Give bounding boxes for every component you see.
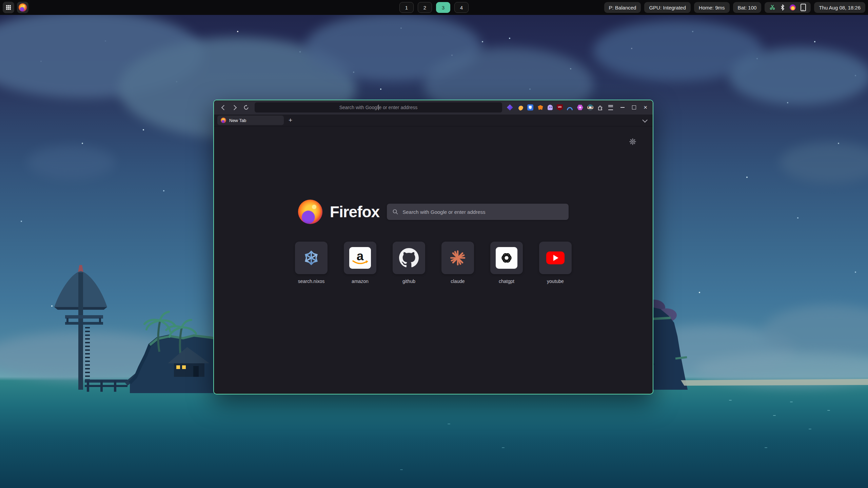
tab-new-tab[interactable]: New Tab [217, 116, 284, 125]
extension-toolbar: UO [505, 104, 616, 110]
apps-launcher-button[interactable] [3, 2, 14, 13]
cloud-decor [780, 142, 868, 183]
shortcut-label: github [402, 279, 415, 284]
back-button[interactable] [219, 103, 228, 112]
workspace-switcher: 1 2 3 4 [399, 0, 469, 15]
reload-button[interactable] [242, 103, 251, 112]
list-all-tabs-chevron-icon[interactable] [642, 117, 648, 123]
back-icon [221, 105, 226, 110]
top-status-bar: 1 2 3 4 P: Balanced GPU: Integrated Home… [0, 0, 868, 15]
amazon-smile-icon [352, 260, 369, 266]
workspace-button-2[interactable]: 2 [418, 2, 432, 13]
ublock-letters: UO [558, 106, 562, 108]
maximize-button[interactable] [632, 105, 636, 109]
battery-status: Bat: 100 [733, 2, 762, 13]
firefox-window: Search with Google or enter address UO × [213, 100, 653, 394]
newtab-search-input[interactable]: Search with Google or enter address [387, 204, 569, 220]
workspace-button-1[interactable]: 1 [399, 2, 414, 13]
search-placeholder: Search with Google or enter address [402, 209, 485, 215]
extension-magenta-hex-icon[interactable] [577, 104, 583, 110]
navigation-toolbar: Search with Google or enter address UO × [214, 100, 653, 115]
hamburger-menu-icon [608, 105, 613, 110]
forward-icon [231, 105, 237, 110]
extension-ublock-icon[interactable]: UO [557, 104, 563, 110]
shortcut-youtube[interactable]: youtube [535, 242, 576, 284]
cliff-beach-decor [644, 288, 868, 390]
app-menu-button[interactable] [608, 104, 614, 110]
claude-starburst-icon [449, 249, 467, 267]
system-tray [765, 2, 811, 13]
arc-glyph [567, 107, 573, 110]
shortcut-label: amazon [352, 279, 369, 284]
new-tab-button[interactable]: + [289, 117, 292, 124]
github-octocat-icon [399, 248, 419, 268]
reload-icon [243, 105, 249, 110]
close-button[interactable]: × [644, 106, 647, 109]
flame-badge-icon[interactable] [790, 4, 796, 11]
apps-grid-icon [6, 5, 7, 6]
launcher-group [3, 2, 28, 13]
firefox-icon [19, 3, 27, 12]
extension-blue-shield-lock-icon[interactable] [527, 104, 533, 110]
tab-title: New Tab [229, 118, 246, 123]
shortcut-claude[interactable]: claude [437, 242, 478, 284]
cloud-decor [27, 146, 115, 180]
personalize-settings-button[interactable] [629, 138, 636, 147]
shortcut-label: claude [451, 279, 465, 284]
openai-knot-icon [496, 247, 517, 269]
gpu-status: GPU: Integrated [644, 2, 690, 13]
firefox-hero: Firefox Search with Google or enter addr… [214, 200, 653, 224]
extension-dark-moon-icon[interactable] [517, 104, 523, 110]
extensions-puzzle-button[interactable] [597, 104, 604, 110]
puzzle-icon [597, 105, 603, 110]
workspace-button-4[interactable]: 4 [454, 2, 469, 13]
network-icon[interactable] [769, 4, 775, 11]
shortcut-chatgpt[interactable]: chatgpt [486, 242, 527, 284]
extension-blue-arc-icon[interactable] [567, 104, 573, 110]
status-group: P: Balanced GPU: Integrated Home: 9ms Ba… [604, 2, 865, 13]
url-placeholder-left: Search with Googl [339, 105, 378, 110]
tab-favicon-firefox-icon [221, 118, 226, 123]
extension-purple-gem-icon[interactable] [507, 104, 513, 110]
new-tab-page: Firefox Search with Google or enter addr… [214, 126, 653, 393]
firefox-wordmark: Firefox [330, 203, 379, 221]
window-controls: × [620, 105, 647, 109]
ping-status: Home: 9ms [694, 2, 730, 13]
shortcut-label: chatgpt [499, 279, 514, 284]
power-profile-status: P: Balanced [604, 2, 641, 13]
youtube-play-icon [546, 251, 565, 264]
workspace-button-3-active[interactable]: 3 [436, 2, 450, 13]
extension-fox-icon[interactable] [537, 104, 544, 110]
forward-button[interactable] [230, 103, 239, 112]
nixos-snowflake-icon [302, 249, 320, 267]
extension-ghost-icon[interactable] [548, 105, 553, 110]
shortcut-label: search.nixos [298, 279, 325, 284]
bluetooth-icon[interactable] [780, 4, 785, 11]
url-bar[interactable]: Search with Google or enter address [255, 102, 502, 113]
extension-avatar-icon[interactable] [587, 104, 593, 110]
search-icon [392, 209, 398, 215]
shortcut-amazon[interactable]: a amazon [340, 242, 380, 284]
tab-strip: New Tab + [214, 115, 653, 126]
minimize-button[interactable] [620, 107, 625, 108]
url-placeholder-right: e or enter address [379, 105, 418, 110]
firefox-launcher-button[interactable] [17, 2, 28, 13]
amazon-icon: a [349, 247, 371, 269]
shortcut-search-nixos[interactable]: search.nixos [291, 242, 332, 284]
cloud-decor [729, 47, 868, 105]
shortcut-tiles: search.nixos a amazon [214, 242, 653, 284]
shortcut-github[interactable]: github [389, 242, 429, 284]
firefox-logo [298, 200, 322, 224]
clock: Thu Aug 08, 18:26 [814, 2, 865, 13]
shortcut-label: youtube [547, 279, 564, 284]
gear-icon [629, 138, 636, 145]
phone-icon[interactable] [801, 4, 806, 11]
